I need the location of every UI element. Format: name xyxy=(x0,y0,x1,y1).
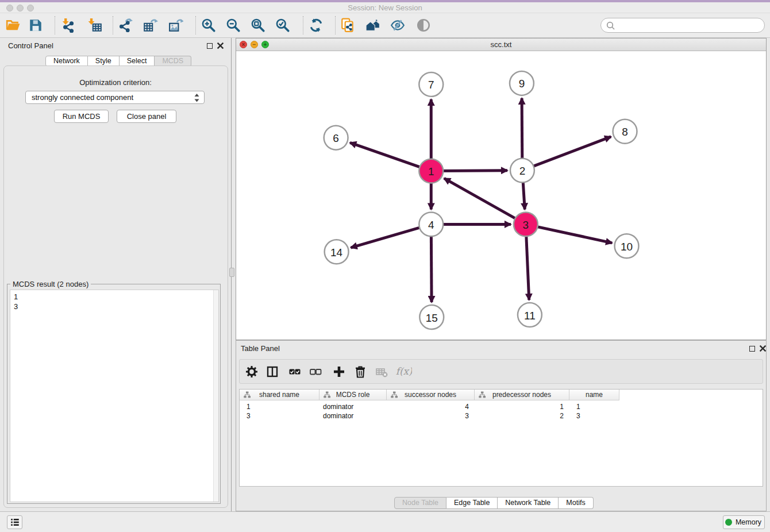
graph-edge-2-8[interactable] xyxy=(522,137,611,171)
table-row[interactable]: 1 dominator 4 1 1 xyxy=(240,402,619,411)
mcds-result-box[interactable]: 1 3 xyxy=(10,290,219,502)
zoom-in-button[interactable] xyxy=(198,15,219,36)
graph-edge-1-6[interactable] xyxy=(350,142,431,171)
graph-node-10[interactable]: 10 xyxy=(615,234,639,258)
mcds-result-title: MCDS result (2 nodes) xyxy=(10,280,91,288)
tab-motifs[interactable]: Motifs xyxy=(559,497,593,509)
zoom-fit-button[interactable] xyxy=(248,15,268,36)
deselect-all-button[interactable] xyxy=(307,363,324,380)
tab-edge-table[interactable]: Edge Table xyxy=(446,497,498,509)
column-header-successor-nodes[interactable]: successor nodes xyxy=(387,390,475,400)
select-arrows-icon xyxy=(194,93,200,103)
graph-node-7[interactable]: 7 xyxy=(419,72,443,97)
graph-node-2[interactable]: 2 xyxy=(510,159,534,183)
close-panel-button[interactable]: Close panel xyxy=(117,110,176,123)
table-panel-float-icon[interactable] xyxy=(749,346,755,352)
run-mcds-button[interactable]: Run MCDS xyxy=(54,110,109,123)
column-header-shared-name[interactable]: shared name xyxy=(240,390,319,400)
select-all-button[interactable] xyxy=(286,363,303,380)
cell-successor-nodes[interactable]: 4 xyxy=(387,402,475,411)
show-graphics-details-button[interactable] xyxy=(413,15,434,36)
task-history-button[interactable] xyxy=(7,515,22,529)
show-column-button[interactable] xyxy=(264,363,281,380)
cell-name[interactable]: 3 xyxy=(569,411,619,421)
control-panel-float-icon[interactable] xyxy=(207,43,213,49)
select-all-icon xyxy=(288,365,302,379)
houses-icon xyxy=(365,18,380,33)
cell-name[interactable]: 1 xyxy=(569,402,619,411)
apply-layout-button[interactable] xyxy=(306,15,326,36)
memory-button[interactable]: Memory xyxy=(723,515,765,529)
column-header-mcds-role[interactable]: MCDS role xyxy=(319,390,387,400)
network-window-titlebar[interactable]: × − + scc.txt xyxy=(236,38,766,51)
graph-node-label: 10 xyxy=(621,241,633,253)
graph-node-3[interactable]: 3 xyxy=(514,212,538,236)
cell-mcds-role[interactable]: dominator xyxy=(319,402,387,411)
optimization-criterion-select[interactable]: strongly connected component xyxy=(25,91,205,104)
column-label: shared name xyxy=(259,391,299,399)
memory-label: Memory xyxy=(736,518,763,526)
save-session-button[interactable] xyxy=(25,15,46,36)
export-image-icon xyxy=(168,18,183,33)
graph-edge-3-1[interactable] xyxy=(444,178,526,224)
control-panel-close-icon[interactable] xyxy=(217,42,224,49)
trash-icon xyxy=(353,365,367,379)
graph-node-11[interactable]: 11 xyxy=(518,303,542,327)
cell-mcds-role[interactable]: dominator xyxy=(319,411,387,421)
graph-node-6[interactable]: 6 xyxy=(324,126,348,150)
create-column-button[interactable] xyxy=(330,363,348,380)
destroy-table-button[interactable] xyxy=(373,363,390,380)
graph-node-15[interactable]: 15 xyxy=(419,305,444,329)
search-field[interactable] xyxy=(600,18,765,33)
network-graph: 7968124314101511 xyxy=(236,51,766,340)
column-label: predecessor nodes xyxy=(492,391,551,399)
export-image-button[interactable] xyxy=(165,15,186,36)
table-row[interactable]: 3 dominator 3 2 3 xyxy=(240,411,619,421)
graph-edge-3-10[interactable] xyxy=(526,224,612,242)
table-panel-close-icon[interactable] xyxy=(759,345,767,352)
vertical-splitter-handle[interactable] xyxy=(229,268,234,277)
table-toolbar: f(x) xyxy=(239,359,763,384)
tab-node-table[interactable]: Node Table xyxy=(394,497,446,509)
eye-slash-icon xyxy=(390,18,405,33)
network-overview-button[interactable] xyxy=(363,15,383,36)
import-table-button[interactable] xyxy=(84,15,105,36)
cell-predecessor-nodes[interactable]: 1 xyxy=(475,402,569,411)
cell-predecessor-nodes[interactable]: 2 xyxy=(475,411,569,421)
tab-network-table[interactable]: Network Table xyxy=(498,497,559,509)
graph-node-label: 6 xyxy=(333,132,339,144)
graph-node-1[interactable]: 1 xyxy=(419,159,443,183)
cell-shared-name[interactable]: 1 xyxy=(240,402,319,411)
graph-node-label: 3 xyxy=(523,219,529,231)
open-session-button[interactable] xyxy=(3,15,24,36)
result-scrollbar[interactable] xyxy=(213,290,218,502)
column-header-name[interactable]: name xyxy=(569,390,619,400)
graph-node-14[interactable]: 14 xyxy=(325,240,349,264)
cell-shared-name[interactable]: 3 xyxy=(240,411,319,421)
export-table-button[interactable] xyxy=(140,15,161,36)
import-network-button[interactable] xyxy=(57,15,78,36)
duplicate-network-button[interactable] xyxy=(337,15,358,36)
graph-node-8[interactable]: 8 xyxy=(613,119,637,144)
graph-node-4[interactable]: 4 xyxy=(419,212,443,236)
function-builder-button[interactable]: f(x) xyxy=(395,363,412,380)
graph-node-label: 2 xyxy=(519,165,526,177)
export-network-button[interactable] xyxy=(116,15,136,36)
column-header-predecessor-nodes[interactable]: predecessor nodes xyxy=(475,390,569,400)
cell-successor-nodes[interactable]: 3 xyxy=(387,411,475,421)
hide-graphics-details-button[interactable] xyxy=(387,15,408,36)
search-input[interactable] xyxy=(618,20,764,31)
graph-node-label: 8 xyxy=(622,126,628,138)
table-settings-button[interactable] xyxy=(243,363,260,380)
import-table-icon xyxy=(87,18,102,33)
columns-icon xyxy=(265,365,279,379)
network-canvas[interactable]: 7968124314101511 xyxy=(236,51,766,340)
toolbar-separator xyxy=(113,16,113,34)
open-folder-icon xyxy=(6,18,21,33)
delete-column-button[interactable] xyxy=(352,363,369,380)
list-icon xyxy=(10,517,20,527)
graph-node-9[interactable]: 9 xyxy=(510,71,534,95)
zoom-out-button[interactable] xyxy=(223,15,244,36)
table-header-row: shared name MCDS role successor nodes pr… xyxy=(240,390,619,400)
zoom-selected-button[interactable] xyxy=(272,15,293,36)
